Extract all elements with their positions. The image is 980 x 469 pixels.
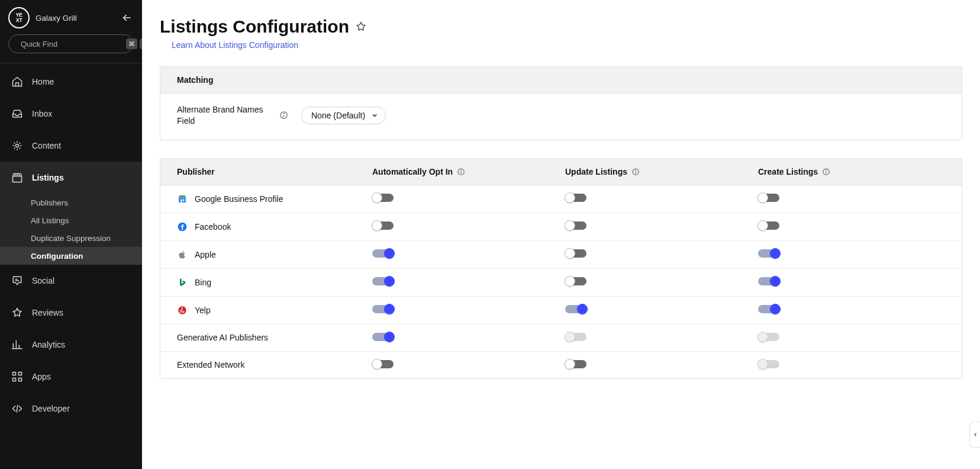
primary-nav: Home Inbox Content Listings Publ (0, 63, 142, 425)
info-icon (631, 168, 640, 176)
svg-rect-4 (13, 176, 22, 182)
publisher-name-cell: Yelp (177, 305, 366, 316)
nav-item-reviews[interactable]: Reviews (0, 297, 142, 329)
nav-item-apps[interactable]: Apps (0, 361, 142, 393)
brand-logo-text-bottom: XT (15, 18, 22, 23)
create-listings-info[interactable] (821, 167, 831, 176)
nav-item-label: Apps (32, 372, 51, 381)
publisher-row-yelp: Yelp (160, 297, 962, 325)
toggle-apple-update[interactable] (565, 249, 586, 258)
toggle-knob (565, 276, 575, 287)
publisher-label: Yelp (195, 306, 211, 315)
toggle-knob (372, 359, 382, 370)
matching-panel: Matching Alternate Brand Names Field Non… (160, 66, 962, 140)
publishers-table-body: Google Business ProfileFacebookAppleBing… (160, 185, 962, 378)
cell-create-listings (758, 194, 945, 204)
cell-create-listings (758, 249, 945, 259)
col-label: Update Listings (565, 167, 627, 176)
toggle-genai-update (565, 333, 586, 341)
social-icon (11, 274, 24, 287)
quick-find[interactable]: ⌘ K (8, 34, 134, 53)
toggle-google-update[interactable] (565, 194, 586, 202)
publisher-name-cell: Bing (177, 277, 366, 288)
apps-icon (11, 370, 24, 383)
publisher-row-apple: Apple (160, 241, 962, 269)
nav-item-label: Inbox (32, 109, 52, 118)
cell-auto-opt-in (372, 221, 559, 232)
nav-item-social[interactable]: Social (0, 265, 142, 297)
toggle-bing-create[interactable] (758, 277, 779, 285)
toggle-apple-auto-opt-in[interactable] (372, 249, 394, 258)
publisher-name-cell: Extended Network (177, 360, 366, 370)
publisher-icon-apple (177, 249, 188, 260)
toggle-knob (565, 332, 575, 342)
col-publisher: Publisher (177, 167, 366, 176)
brand-logo[interactable]: YE XT (8, 7, 30, 28)
toggle-extended-auto-opt-in[interactable] (372, 360, 394, 368)
cell-auto-opt-in (372, 333, 559, 343)
svg-rect-24 (183, 199, 185, 201)
toggle-knob (757, 192, 768, 203)
toggle-knob (384, 276, 395, 287)
sub-nav-item-label: Publishers (31, 198, 68, 207)
right-rail-toggle[interactable] (969, 422, 980, 448)
toggle-facebook-create[interactable] (758, 221, 779, 230)
update-listings-info[interactable] (631, 167, 640, 176)
toggle-bing-update[interactable] (565, 277, 586, 285)
publisher-label: Bing (195, 278, 211, 287)
developer-icon (11, 402, 24, 415)
nav-item-label: Analytics (32, 340, 65, 349)
nav-item-inbox[interactable]: Inbox (0, 98, 142, 130)
toggle-knob (565, 248, 575, 259)
google-icon (178, 194, 187, 204)
chevron-down-icon (371, 112, 378, 119)
quick-find-input[interactable] (20, 39, 121, 49)
bing-icon (178, 278, 187, 287)
toggle-knob (565, 192, 575, 203)
publisher-label: Apple (195, 250, 216, 259)
inbox-icon (11, 107, 24, 120)
toggle-yelp-create[interactable] (758, 305, 779, 313)
toggle-facebook-auto-opt-in[interactable] (372, 221, 394, 230)
nav-item-listings[interactable]: Listings (0, 162, 142, 194)
toggle-yelp-update[interactable] (565, 305, 586, 313)
cell-auto-opt-in (372, 305, 559, 315)
cell-auto-opt-in (372, 277, 559, 287)
nav-item-developer[interactable]: Developer (0, 393, 142, 425)
favorite-button[interactable] (355, 21, 367, 33)
toggle-bing-auto-opt-in[interactable] (372, 277, 394, 285)
sub-nav-item-all-listings[interactable]: All Listings (0, 211, 142, 229)
col-label: Publisher (177, 167, 215, 176)
auto-opt-in-info[interactable] (456, 167, 466, 176)
toggle-google-auto-opt-in[interactable] (372, 194, 394, 202)
toggle-extended-update[interactable] (565, 360, 586, 368)
nav-item-label: Social (32, 276, 54, 285)
nav-section-listings: Listings Publishers All Listings Duplica… (0, 162, 142, 265)
sidebar-collapse-button[interactable] (120, 11, 134, 25)
cell-update-listings (565, 305, 752, 315)
facebook-icon (178, 222, 187, 232)
toggle-knob (565, 220, 575, 231)
publisher-name-cell: Apple (177, 249, 366, 260)
page-title: Listings Configuration (160, 17, 349, 37)
toggle-knob (770, 276, 781, 287)
sub-nav-item-configuration[interactable]: Configuration (0, 247, 142, 265)
publisher-row-google: Google Business Profile (160, 185, 962, 213)
cell-update-listings (565, 194, 752, 204)
nav-item-analytics[interactable]: Analytics (0, 329, 142, 361)
nav-item-content[interactable]: Content (0, 130, 142, 162)
toggle-google-create[interactable] (758, 194, 779, 202)
toggle-facebook-update[interactable] (565, 221, 586, 230)
sub-nav-item-duplicate-suppression[interactable]: Duplicate Suppression (0, 229, 142, 247)
apple-icon (178, 250, 187, 259)
matching-panel-body: Alternate Brand Names Field None (Defaul… (160, 94, 962, 140)
learn-link[interactable]: Learn About Listings Configuration (172, 40, 298, 50)
toggle-apple-create[interactable] (758, 249, 779, 258)
sub-nav-item-publishers[interactable]: Publishers (0, 194, 142, 211)
cell-update-listings (565, 221, 752, 232)
alternate-brand-names-select[interactable]: None (Default) (301, 107, 386, 124)
toggle-yelp-auto-opt-in[interactable] (372, 305, 394, 313)
alternate-brand-names-info[interactable] (279, 111, 288, 120)
toggle-genai-auto-opt-in[interactable] (372, 333, 394, 341)
nav-item-home[interactable]: Home (0, 66, 142, 98)
